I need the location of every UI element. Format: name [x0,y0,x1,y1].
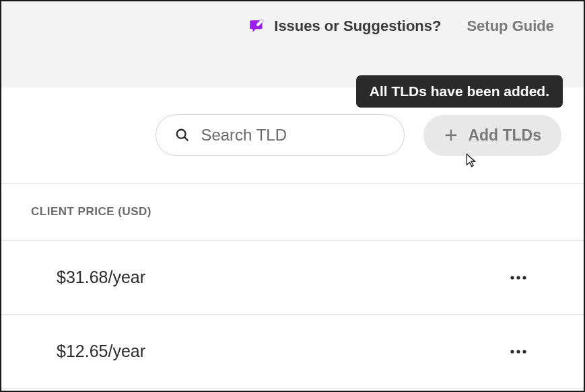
add-tlds-button[interactable]: Add TLDs [423,115,561,156]
svg-point-7 [510,350,514,353]
svg-point-6 [522,276,526,279]
header-bar: Issues or Suggestions? Setup Guide [1,1,584,87]
add-tlds-label: Add TLDs [468,126,541,145]
svg-point-8 [516,350,520,353]
search-icon [175,128,190,143]
table-row: $12.65/year [1,315,584,389]
svg-point-5 [516,276,520,279]
search-tld-input[interactable] [201,126,385,145]
issues-suggestions-label: Issues or Suggestions? [274,17,441,35]
issues-suggestions-link[interactable]: Issues or Suggestions? [248,17,441,35]
svg-line-1 [184,137,188,141]
plus-icon [444,128,458,143]
price-value: $12.65/year [57,342,145,361]
feedback-icon [248,17,266,35]
table-header-client-price: CLIENT PRICE (USD) [1,183,584,241]
svg-point-9 [522,350,526,353]
svg-point-4 [510,276,514,279]
setup-guide-link[interactable]: Setup Guide [467,17,554,35]
more-options-button[interactable] [508,271,528,284]
table-row: $31.68/year [1,241,584,315]
tooltip: All TLDs have been added. [356,75,563,108]
svg-point-0 [177,130,186,139]
price-value: $31.68/year [57,268,145,287]
search-tld-wrapper[interactable] [156,114,405,156]
more-options-button[interactable] [508,345,528,358]
